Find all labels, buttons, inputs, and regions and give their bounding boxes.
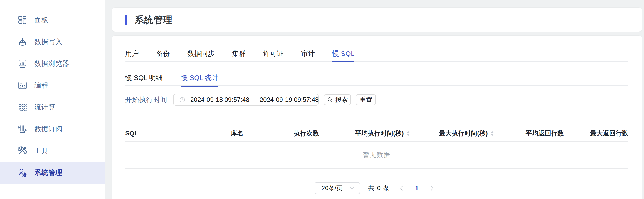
tab-bar: 用户 备份 数据同步 集群 许可证 审计 慢 SQL: [125, 46, 628, 62]
sorter-icon[interactable]: [406, 131, 410, 136]
chevron-down-icon: [349, 185, 355, 191]
sidebar-menu: 面板 数据写入: [0, 0, 105, 184]
sorter-icon[interactable]: [490, 131, 494, 136]
sidebar-item-label: 系统管理: [34, 168, 62, 178]
table-header-row: SQL 库名 执行次数 平均执行时间(秒): [125, 126, 628, 142]
slow-sql-admin-page: 面板 数据写入: [0, 0, 644, 199]
sidebar-item-label: 数据订阅: [34, 124, 62, 134]
reset-button-label: 重置: [360, 96, 372, 104]
stream-icon: [18, 102, 28, 112]
column-header-max-rows: 最大返回行数: [579, 129, 628, 138]
page-number-1[interactable]: 1: [410, 184, 423, 192]
sidebar-item-data-explorer[interactable]: 数据浏览器: [0, 53, 105, 74]
sidebar-item-stream[interactable]: 流计算: [0, 96, 105, 118]
tab-bar-track: [125, 61, 628, 62]
subtab-slow-sql-stats[interactable]: 慢 SQL 统计: [181, 69, 219, 86]
tab-backup[interactable]: 备份: [156, 46, 170, 62]
sidebar-item-label: 流计算: [34, 103, 56, 112]
dashboard-icon: [18, 15, 28, 25]
sidebar-item-label: 编程: [34, 81, 48, 90]
date-range-separator: -: [254, 96, 256, 103]
chevron-right-icon: [430, 185, 435, 192]
subscription-icon: [18, 124, 28, 134]
clock-icon: [179, 97, 185, 103]
empty-state-text: 暂无数据: [363, 150, 390, 159]
programming-icon: [18, 80, 28, 90]
tab-data-sync[interactable]: 数据同步: [187, 46, 214, 62]
date-range-picker[interactable]: 2024-09-18 09:57:48 - 2024-09-19 09:57:4…: [173, 94, 318, 106]
sidebar-item-label: 数据写入: [34, 37, 62, 46]
tab-cluster[interactable]: 集群: [232, 46, 246, 62]
content-card: 用户 备份 数据同步 集群 许可证 审计 慢 SQL 慢 SQL 明细 慢 SQ…: [112, 36, 642, 199]
sidebar-item-label: 面板: [34, 16, 48, 25]
sidebar-item-dashboard[interactable]: 面板: [0, 9, 105, 31]
data-write-icon: [18, 37, 28, 47]
page-size-value: 20条/页: [322, 184, 342, 192]
start-time-label: 开始执行时间: [125, 95, 167, 104]
sidebar-item-subscription[interactable]: 数据订阅: [0, 118, 105, 140]
column-header-avg-rows: 平均返回行数: [511, 129, 579, 138]
tab-audit[interactable]: 审计: [301, 46, 315, 62]
date-range-start: 2024-09-18 09:57:48: [190, 96, 249, 103]
sidebar-item-label: 工具: [34, 146, 48, 156]
slow-sql-stats-table: SQL 库名 执行次数 平均执行时间(秒): [125, 126, 628, 169]
column-header-sql: SQL: [125, 130, 204, 137]
sidebar: 面板 数据写入: [0, 0, 105, 199]
prev-page-button[interactable]: [395, 182, 408, 194]
page-header-card: 系统管理: [112, 8, 642, 32]
date-range-end: 2024-09-19 09:57:48: [260, 96, 318, 103]
subtab-slow-sql-detail[interactable]: 慢 SQL 明细: [125, 69, 163, 86]
tab-slow-sql[interactable]: 慢 SQL: [332, 46, 354, 62]
search-button-label: 搜索: [335, 96, 348, 104]
system-admin-icon: [18, 168, 28, 178]
data-explorer-icon: [18, 58, 28, 68]
sidebar-item-programming[interactable]: 编程: [0, 74, 105, 96]
column-header-avg-exec-time[interactable]: 平均执行时间(秒): [343, 129, 422, 138]
table-empty-state: 暂无数据: [125, 142, 628, 169]
sidebar-item-system-admin[interactable]: 系统管理: [0, 162, 105, 184]
column-header-db-name: 库名: [204, 129, 270, 138]
tab-license[interactable]: 许可证: [263, 46, 284, 62]
reset-button[interactable]: 重置: [356, 94, 376, 105]
search-button[interactable]: 搜索: [324, 94, 351, 105]
column-header-exec-count: 执行次数: [270, 129, 343, 138]
sidebar-item-tools[interactable]: 工具: [0, 140, 105, 162]
page-size-select[interactable]: 20条/页: [315, 182, 360, 194]
page-title: 系统管理: [135, 14, 173, 26]
filter-row: 开始执行时间 2024-09-18 09:57:48 - 2024-09-19 …: [125, 94, 628, 106]
subtab-bar: 慢 SQL 明细 慢 SQL 统计: [125, 69, 628, 86]
tab-users[interactable]: 用户: [125, 46, 139, 62]
column-header-max-exec-time[interactable]: 最大执行时间(秒): [422, 129, 511, 138]
title-accent-bar: [125, 15, 128, 25]
sidebar-item-data-write[interactable]: 数据写入: [0, 31, 105, 53]
next-page-button[interactable]: [426, 182, 439, 194]
chevron-left-icon: [399, 185, 404, 192]
search-icon: [327, 97, 333, 103]
pagination: 20条/页 共 0 条 1: [125, 182, 628, 195]
pagination-total: 共 0 条: [368, 184, 390, 192]
tools-icon: [18, 146, 28, 156]
sidebar-item-label: 数据浏览器: [34, 59, 70, 68]
